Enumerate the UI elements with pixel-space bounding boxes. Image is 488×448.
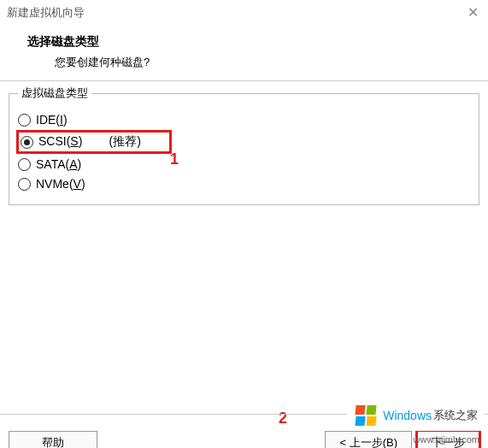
page-subtitle: 您要创建何种磁盘? — [55, 55, 481, 70]
radio-label: SATA(A) — [36, 157, 81, 171]
radio-option-ide[interactable]: IDE(I) — [16, 110, 472, 129]
close-icon[interactable]: ✕ — [464, 4, 481, 21]
radio-icon — [21, 136, 33, 149]
wizard-header: 选择磁盘类型 您要创建何种磁盘? — [0, 26, 488, 81]
titlebar: 新建虚拟机向导 ✕ — [0, 0, 488, 26]
watermark-brand: Windows — [383, 409, 432, 422]
watermark-cn: 系统之家 — [433, 408, 478, 423]
radio-label: IDE(I) — [36, 113, 68, 127]
radio-icon — [18, 178, 31, 191]
radio-label: NVMe(V) — [36, 177, 85, 191]
watermark-url: www.bjjmlv.com — [414, 434, 479, 445]
page-title: 选择磁盘类型 — [27, 34, 481, 50]
back-button[interactable]: < 上一步(B) — [325, 431, 412, 448]
watermark: Windows 系统之家 — [347, 400, 485, 431]
windows-logo-icon — [354, 404, 378, 427]
content-area: 虚拟磁盘类型 IDE(I) SCSI(S) (推荐) SATA(A) NVMe(… — [0, 81, 488, 217]
radio-icon — [18, 114, 31, 127]
window-title: 新建虚拟机向导 — [7, 5, 85, 21]
radio-option-nvme[interactable]: NVMe(V) — [16, 174, 472, 193]
radio-icon — [18, 158, 31, 171]
annotation-1: 1 — [170, 150, 179, 168]
fieldset-legend: 虚拟磁盘类型 — [18, 85, 91, 101]
disk-type-fieldset: 虚拟磁盘类型 IDE(I) SCSI(S) (推荐) SATA(A) NVMe(… — [9, 93, 479, 205]
radio-option-sata[interactable]: SATA(A) — [16, 155, 472, 174]
radio-label: SCSI(S) (推荐) — [38, 134, 141, 150]
help-button[interactable]: 帮助 — [9, 431, 97, 448]
radio-option-scsi[interactable]: SCSI(S) (推荐) — [16, 130, 172, 154]
